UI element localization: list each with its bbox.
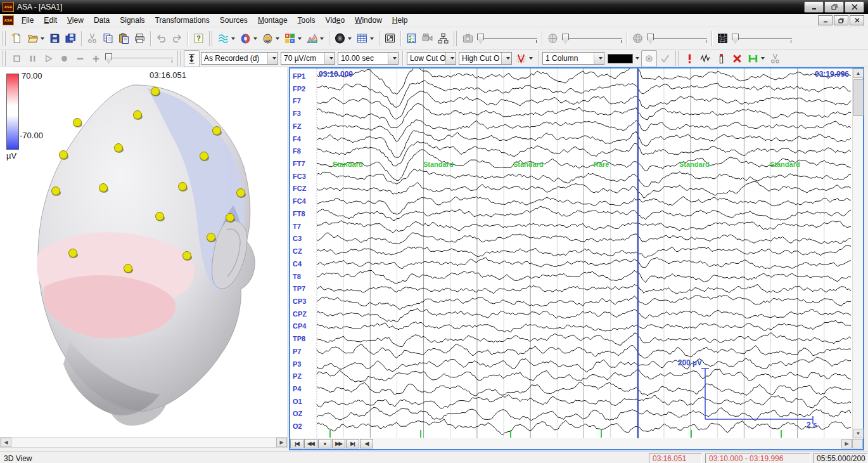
chevron-down-icon[interactable] [253,37,257,40]
head-dark-button[interactable] [332,30,354,47]
electrode-marker[interactable] [134,111,142,119]
electrode-marker[interactable] [200,152,208,160]
toolbar-grip[interactable] [454,31,457,46]
texture-map-button[interactable] [715,30,731,47]
chevron-down-icon[interactable] [348,37,352,40]
slider-thumb[interactable] [105,53,112,63]
toolbar-slider[interactable] [646,32,709,46]
scroll-down-button[interactable]: ▼ [853,429,864,438]
checklist-button[interactable] [404,30,419,47]
electrode-marker[interactable] [69,249,77,258]
chevron-down-icon[interactable] [501,53,511,64]
toolbar-grip[interactable] [209,31,212,46]
scroll-left-button[interactable]: ◀ [360,439,373,448]
high-cut-select[interactable]: High Cut O [459,52,512,65]
electrode-marker[interactable] [183,252,191,260]
fast-backward-button[interactable]: ◀◀ [304,439,317,448]
chevron-down-icon[interactable] [761,57,765,60]
notch-filter-button[interactable] [513,50,535,67]
save-button[interactable] [47,30,63,47]
scroll-left-button[interactable]: ◀ [1,438,11,447]
timebase-select[interactable]: 10.00 sec [338,52,399,65]
menu-montage[interactable]: Montage [253,15,293,26]
menu-transformations[interactable]: Transformations [150,15,215,26]
toolbar-slider[interactable] [476,32,539,46]
save-all-button[interactable] [63,30,79,47]
exclaim-button[interactable] [682,50,698,67]
menu-help[interactable]: Help [387,15,413,26]
electrode-marker[interactable] [207,233,215,242]
signal-waves-button[interactable] [215,30,238,47]
go-last-button[interactable]: ▶| [346,439,359,448]
event-h-button[interactable] [745,50,767,67]
chevron-down-icon[interactable] [445,53,456,64]
slider-thumb[interactable] [562,34,569,44]
play-pause-button[interactable]: ● [318,439,331,448]
low-cut-select[interactable]: Low Cut O [407,52,456,65]
electrode-marker[interactable] [52,187,60,195]
hscroll-track[interactable] [374,439,841,448]
electrode-marker[interactable] [151,88,160,96]
menu-view[interactable]: View [62,15,89,26]
electrode-marker[interactable] [226,214,234,222]
electrode-marker[interactable] [237,189,245,197]
menu-file[interactable]: File [16,15,39,26]
head-3d-model[interactable] [0,67,288,437]
chevron-down-icon[interactable] [594,53,604,64]
display-mode-select[interactable]: As Recorded (d) [201,52,278,65]
table-grid-button[interactable] [354,30,376,47]
electrode-marker[interactable] [115,144,123,152]
menu-edit[interactable]: Edit [39,15,62,26]
waveform-button[interactable] [698,50,713,67]
toolbar-slider[interactable] [561,32,624,46]
scroll-right-button[interactable]: ▶ [841,439,852,448]
eeg-traces[interactable]: FP1FP2F7F3FZF4F8FT7FC3FCZFC4FT8T7C3CZC4T… [290,68,852,438]
electrode-marker[interactable] [99,184,108,192]
chevron-down-icon[interactable] [267,53,278,64]
electrode-marker[interactable] [124,264,132,273]
document-icon[interactable]: ASA [3,15,14,25]
mdi-close-button[interactable] [850,15,864,25]
toolbar-slider[interactable] [731,32,794,46]
help-button[interactable]: ? [191,30,207,47]
sensitivity-select[interactable]: 70 µV/cm [281,52,335,65]
head-map-front-button[interactable] [238,30,260,47]
open-folder-button[interactable] [25,30,47,47]
marker-pin-button[interactable] [713,50,729,67]
columns-select[interactable]: 1 Column [542,52,604,65]
menu-sources[interactable]: Sources [215,15,253,26]
trace-color-button[interactable] [606,51,641,66]
electrode-marker[interactable] [156,212,164,221]
toolbar-slider[interactable] [104,51,175,65]
print-button[interactable] [132,30,148,47]
toolbar-grip[interactable] [675,51,679,66]
chevron-down-icon[interactable] [370,37,374,40]
3d-view-hscrollbar[interactable]: ◀ ▶ [0,437,288,448]
mdi-restore-button[interactable] [834,15,848,25]
close-button[interactable] [845,1,864,13]
chevron-down-icon[interactable] [276,37,279,40]
head-map-top-button[interactable] [260,30,282,47]
menu-video[interactable]: Video [321,15,350,26]
chevron-down-icon[interactable] [324,53,335,64]
chevron-down-icon[interactable] [529,57,533,60]
copy-button[interactable] [100,30,116,47]
flowchart-button[interactable] [435,30,451,47]
toolbar-grip[interactable] [3,31,6,46]
menu-data[interactable]: Data [89,15,115,26]
color-maps-button[interactable] [282,30,304,47]
slider-thumb[interactable] [477,34,484,44]
mdi-minimize-button[interactable] [818,15,833,25]
scroll-up-button[interactable]: ▲ [853,68,864,78]
fast-forward-button[interactable]: ▶▶ [332,439,345,448]
scroll-right-button[interactable]: ▶ [276,438,287,447]
vscroll-thumb[interactable] [853,79,864,116]
restore-button[interactable] [824,1,844,13]
slider-thumb[interactable] [647,34,654,44]
toolbar-grip[interactable] [177,51,181,66]
go-first-button[interactable]: |◀ [290,439,303,448]
menu-window[interactable]: Window [350,15,387,26]
chevron-down-icon[interactable] [231,37,235,40]
menu-signals[interactable]: Signals [115,15,150,26]
chevron-down-icon[interactable] [320,37,324,40]
